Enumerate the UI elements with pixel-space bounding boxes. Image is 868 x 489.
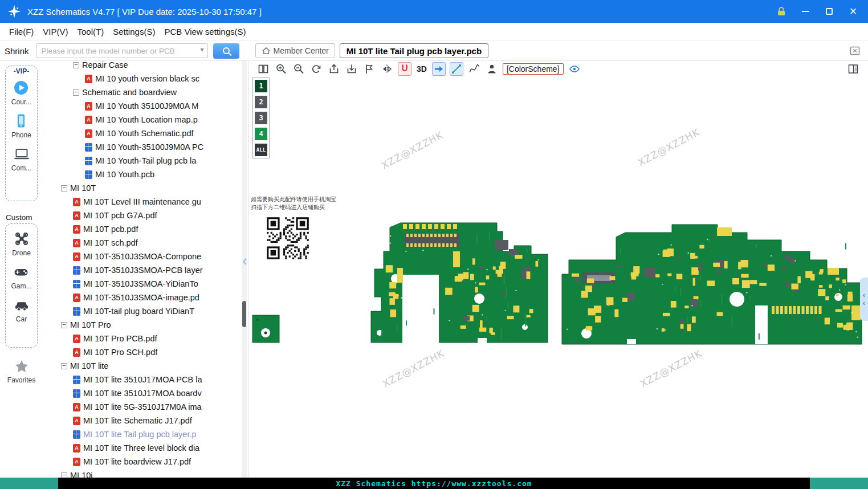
tree-item[interactable]: MI 10T lite 3510J17MOA boardv [43, 386, 248, 400]
member-center-button[interactable]: Member Center [255, 43, 335, 58]
tree-item[interactable]: MI 10 Youth.pcb [43, 168, 248, 181]
pcb-board-view[interactable]: XZZ@XZZHK XZZ@XZZHK XZZ@XZZHK XZZ@XZZHK [249, 76, 868, 478]
tree-item-label: MI 10 Youth 35100J9M0A M [95, 101, 198, 111]
collapse-toggle-icon[interactable] [61, 322, 67, 328]
menu-item[interactable]: VIP(V) [43, 27, 68, 36]
collapse-toggle-icon[interactable] [61, 472, 67, 478]
right-panel-handle[interactable]: ‹‹ [860, 278, 868, 321]
collapse-toggle-icon[interactable] [73, 89, 79, 96]
tree-item[interactable]: MI 10T-3510J3SMOA-Compone [43, 250, 248, 263]
tree-item[interactable]: MI 10T lite Tail plug pcb layer.p [43, 427, 248, 441]
pan-arrow-icon[interactable] [432, 62, 446, 76]
tree-item[interactable]: MI 10 Youth-Tail plug pcb la [43, 154, 248, 168]
tree-item[interactable]: MI 10 youth version black sc [43, 72, 248, 85]
sidebar-item-car[interactable]: Car [14, 297, 30, 323]
file-type-icon [85, 157, 92, 165]
tree-scrollbar[interactable] [242, 61, 247, 478]
tree-item-label: MI 10T Pro PCB.pdf [83, 334, 157, 343]
flag-icon[interactable] [362, 62, 376, 76]
eye-visibility-icon[interactable] [568, 62, 581, 76]
file-type-icon [73, 239, 80, 247]
phone-icon [13, 113, 29, 129]
probe-tool-icon[interactable] [485, 62, 499, 76]
zoom-out-icon[interactable] [292, 62, 305, 76]
flip-horizontal-icon[interactable] [380, 62, 394, 76]
tree-scrollbar-thumb[interactable] [242, 301, 246, 327]
tree-item-label: MI 10T Level III maintenance gu [83, 197, 201, 206]
tree-item[interactable]: MI 10T lite [43, 359, 248, 373]
menu-item[interactable]: PCB View settings(S) [164, 27, 246, 36]
tree-item-label: MI 10T pcb.pdf [83, 225, 138, 234]
tree-item[interactable]: MI 10T-3510J3SMOA-image.pd [43, 291, 248, 304]
tree-item-label: MI 10T-tail plug board YiDianT [83, 307, 194, 316]
gamepad-icon [13, 264, 29, 280]
sidebar-item-computer[interactable]: Com... [11, 146, 31, 172]
tree-item[interactable]: MI 10T-3510J3SMOA-PCB layer [43, 263, 248, 277]
3d-view-button[interactable]: 3D [415, 64, 428, 74]
tree-item[interactable]: MI 10 Youth 35100J9M0A M [43, 99, 248, 113]
menu-item[interactable]: Settings(S) [113, 27, 155, 36]
collapse-toggle-icon[interactable] [73, 62, 79, 68]
maximize-button[interactable] [824, 6, 835, 17]
tree-item[interactable]: MI 10T lite 3510J17MOA PCB la [43, 373, 248, 386]
tree-item[interactable]: MI 10T Pro SCH.pdf [43, 345, 248, 359]
minimize-button[interactable] [800, 6, 811, 17]
tree-item[interactable]: MI 10T-tail plug board YiDianT [43, 304, 248, 318]
sidebar-item-phone[interactable]: Phone [11, 113, 31, 139]
curve-tool-icon[interactable] [467, 62, 481, 76]
export-up-icon[interactable] [327, 62, 341, 76]
close-file-icon[interactable] [849, 44, 861, 57]
menu-item[interactable]: File(F) [9, 27, 34, 36]
svg-text:XZZ@XZZHK: XZZ@XZZHK [381, 348, 446, 390]
search-input[interactable] [36, 43, 208, 58]
zoom-reset-icon[interactable] [309, 62, 323, 76]
tree-item[interactable]: MI 10T Pro PCB.pdf [43, 332, 248, 345]
sidebar-item-course[interactable]: Cour... [11, 80, 31, 106]
file-type-icon [85, 170, 92, 179]
tree-item[interactable]: Repair Case [43, 61, 248, 72]
file-tree: Repair Case MI 10 youth version black sc… [43, 61, 248, 478]
measure-line-icon[interactable] [450, 62, 463, 76]
menu-item[interactable]: Tool(T) [78, 27, 104, 36]
tree-item[interactable]: MI 10T pcb G7A.pdf [43, 209, 248, 222]
tree-item[interactable]: MI 10 Youth-35100J9M0A PC [43, 140, 248, 154]
tree-item-label: MI 10T Pro [70, 320, 111, 329]
colorscheme-button[interactable]: [ColorScheme] [503, 63, 564, 75]
file-type-icon [73, 252, 80, 261]
tree-item[interactable]: MI 10T [43, 181, 248, 195]
import-down-icon[interactable] [345, 62, 358, 76]
tree-item[interactable]: MI 10T lite 5G-3510J17M0A ima [43, 400, 248, 414]
pages-layout-icon[interactable] [256, 62, 270, 76]
tree-collapse-handle[interactable]: ‹ [242, 253, 247, 268]
magnet-tool-icon[interactable] [398, 62, 411, 76]
sidebar-item-favorites[interactable]: Favorites [0, 358, 43, 384]
title-bar: XZZ Schematics V4.77 [ VIP Due date: 202… [0, 0, 868, 23]
collapse-toggle-icon[interactable] [61, 363, 67, 369]
vip-lock-icon[interactable] [776, 6, 787, 17]
file-type-icon [73, 294, 80, 302]
tree-item[interactable]: MI 10T pcb.pdf [43, 222, 248, 236]
tree-item[interactable]: MI 10i [43, 468, 248, 478]
shrink-button[interactable]: Shrink [5, 46, 29, 56]
layers-panel-icon[interactable] [846, 62, 860, 76]
tree-item[interactable]: MI 10 Youth Schematic.pdf [43, 127, 248, 140]
open-file-tab[interactable]: MI 10T lite Tail plug pcb layer.pcb [340, 43, 488, 58]
tree-item[interactable]: MI 10T Pro [43, 318, 248, 332]
collapse-toggle-icon[interactable] [61, 185, 67, 191]
tree-item[interactable]: MI 10T lite Schematic J17.pdf [43, 414, 248, 427]
pcb-canvas[interactable]: 3D [ColorScheme] 1234ALL [249, 61, 868, 478]
tree-item[interactable]: MI 10T lite boardview J17.pdf [43, 455, 248, 468]
search-button[interactable] [213, 43, 239, 59]
tree-item[interactable]: MI 10T sch.pdf [43, 236, 248, 250]
dropdown-caret-icon[interactable]: ▾ [201, 46, 204, 54]
tree-item[interactable]: MI 10T-3510J3SMOA-YiDianTo [43, 277, 248, 291]
file-type-icon [85, 143, 92, 152]
tree-item[interactable]: MI 10T Level III maintenance gu [43, 195, 248, 209]
close-button[interactable]: × [847, 6, 859, 17]
zoom-in-icon[interactable] [274, 62, 288, 76]
tree-item[interactable]: MI 10T lite Three level block dia [43, 441, 248, 455]
tree-item[interactable]: MI 10 Youth Location map.p [43, 113, 248, 127]
tree-item[interactable]: Schematic and boardview [43, 85, 248, 99]
sidebar-item-drone[interactable]: Drone [12, 231, 31, 257]
sidebar-item-game[interactable]: Gam... [11, 264, 31, 290]
